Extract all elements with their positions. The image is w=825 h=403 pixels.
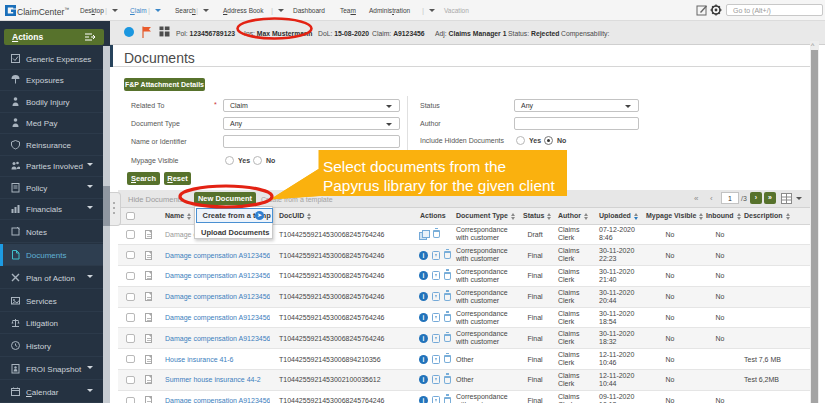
svg-text:Select documents from the: Select documents from the	[323, 158, 506, 175]
